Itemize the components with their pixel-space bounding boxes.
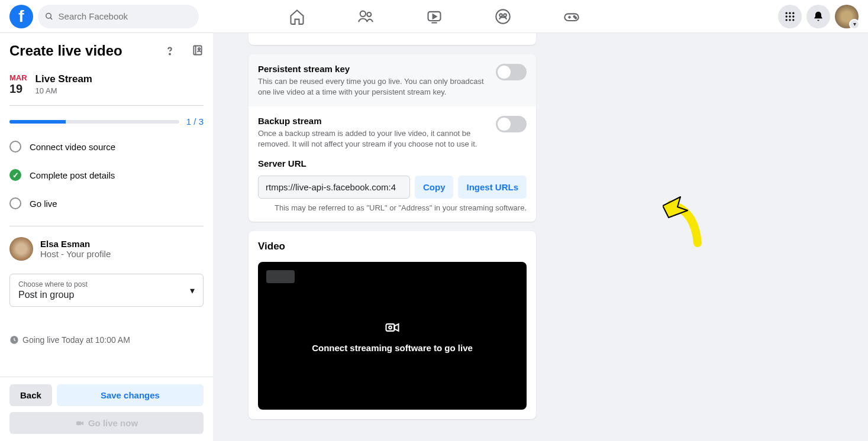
account-avatar[interactable]: [835, 5, 859, 28]
svg-point-30: [389, 326, 392, 329]
progress-text: 1 / 3: [186, 116, 204, 127]
backup-stream-title: Backup stream: [258, 116, 489, 126]
date-day: 19: [9, 82, 27, 96]
save-changes-button[interactable]: Save changes: [57, 384, 204, 406]
svg-point-20: [786, 19, 788, 21]
page-title: Create live video: [9, 43, 122, 59]
checkmark-icon: [9, 169, 21, 181]
svg-rect-29: [386, 324, 395, 331]
divider: [9, 226, 204, 226]
groups-icon[interactable]: [495, 8, 511, 25]
svg-point-13: [575, 17, 576, 18]
persistent-key-toggle[interactable]: [496, 64, 527, 80]
facebook-logo[interactable]: f: [9, 5, 33, 28]
live-badge: [266, 270, 295, 283]
svg-line-1: [50, 17, 52, 19]
host-info: Elsa Esman Host - Your profile: [9, 237, 204, 261]
video-preview-card: Video Connect streaming software to go l…: [249, 231, 536, 419]
backup-stream-description: Once a backup stream is added to your li…: [258, 128, 489, 149]
server-url-section: Server URL Copy Ingest URLs This may be …: [249, 158, 536, 222]
notifications-button[interactable]: [806, 5, 830, 28]
video-section-title: Video: [258, 241, 527, 252]
host-avatar: [9, 237, 33, 261]
svg-rect-28: [76, 421, 81, 425]
step-complete-details[interactable]: Complete post details: [9, 169, 204, 181]
step-connect-source[interactable]: Connect video source: [9, 141, 204, 153]
progress-indicator: 1 / 3: [9, 116, 204, 127]
caret-down-icon: ▾: [190, 285, 195, 296]
post-destination-select[interactable]: Choose where to post Post in group ▾: [9, 274, 204, 307]
card-fragment: [249, 33, 536, 45]
video-preview-message: Connect streaming software to go live: [312, 343, 473, 353]
center-nav-tabs: [289, 8, 580, 25]
server-url-hint: This may be referred to as "URL" or "Add…: [258, 203, 527, 212]
post-select-value: Post in group: [18, 290, 88, 300]
back-button[interactable]: Back: [9, 384, 52, 406]
schedule-date: MAR 19 Live Stream 10 AM: [9, 73, 204, 96]
search-icon: [45, 12, 54, 21]
video-icon: [75, 419, 85, 428]
stream-settings-card: Persistent stream key This can be reused…: [249, 54, 536, 222]
host-subtitle: Host - Your profile: [40, 249, 111, 259]
svg-point-21: [789, 19, 790, 21]
menu-button[interactable]: [778, 5, 802, 28]
svg-point-14: [786, 12, 788, 14]
svg-point-18: [789, 15, 790, 17]
persistent-key-description: This can be reused every time you go liv…: [258, 76, 489, 97]
server-url-input[interactable]: [258, 176, 410, 199]
server-url-label: Server URL: [258, 158, 527, 168]
search-input[interactable]: [59, 11, 192, 21]
svg-point-8: [504, 14, 506, 17]
main-content: Persistent stream key This can be reused…: [213, 33, 868, 441]
svg-point-0: [46, 13, 51, 18]
svg-point-17: [786, 15, 788, 17]
go-live-now-button[interactable]: Go live now: [9, 412, 204, 434]
copy-button[interactable]: Copy: [415, 176, 454, 199]
svg-point-22: [792, 19, 794, 21]
svg-point-3: [367, 12, 371, 17]
menu-grid-icon: [784, 11, 796, 22]
svg-rect-24: [193, 46, 201, 55]
bell-icon: [812, 11, 824, 22]
persistent-stream-key-row: Persistent stream key This can be reused…: [249, 54, 536, 106]
ingest-urls-button[interactable]: Ingest URLs: [458, 176, 527, 199]
radio-unchecked-icon: [9, 197, 21, 209]
top-navigation-bar: f: [0, 0, 868, 33]
home-icon[interactable]: [289, 8, 305, 25]
date-month: MAR: [9, 73, 27, 82]
svg-point-2: [360, 11, 365, 16]
radio-unchecked-icon: [9, 141, 21, 153]
svg-point-19: [792, 15, 794, 17]
setup-steps: Connect video source Complete post detai…: [9, 141, 204, 209]
video-preview: Connect streaming software to go live: [258, 262, 527, 410]
divider: [9, 105, 204, 106]
svg-point-7: [499, 14, 502, 17]
sidebar-footer: Back Save changes Go live now: [0, 377, 213, 441]
clock-icon: [9, 335, 19, 345]
persistent-key-title: Persistent stream key: [258, 64, 489, 74]
gaming-icon[interactable]: [563, 8, 580, 25]
backup-stream-row: Backup stream Once a backup stream is ad…: [249, 106, 536, 158]
camera-icon: [384, 319, 401, 336]
svg-point-6: [496, 9, 509, 23]
annotation-arrow-icon: [663, 194, 716, 253]
stream-time: 10 AM: [36, 86, 92, 95]
svg-point-23: [169, 54, 170, 55]
backup-stream-toggle[interactable]: [496, 116, 527, 132]
svg-point-16: [792, 12, 794, 14]
help-icon[interactable]: [163, 44, 176, 57]
watch-icon[interactable]: [426, 8, 443, 25]
step-go-live[interactable]: Go live: [9, 197, 204, 209]
host-name: Elsa Esman: [40, 239, 111, 249]
post-select-label: Choose where to post: [18, 280, 88, 288]
svg-point-26: [198, 48, 200, 50]
going-live-time: Going live Today at 10:00 AM: [9, 335, 204, 345]
friends-icon[interactable]: [357, 8, 374, 25]
guide-icon[interactable]: [192, 44, 204, 56]
search-container[interactable]: [38, 5, 199, 28]
stream-title: Live Stream: [36, 73, 92, 85]
left-sidebar: Create live video MAR 19 Live Stream 10 …: [0, 33, 213, 441]
topbar-right-controls: [778, 5, 859, 28]
svg-point-15: [789, 12, 790, 14]
